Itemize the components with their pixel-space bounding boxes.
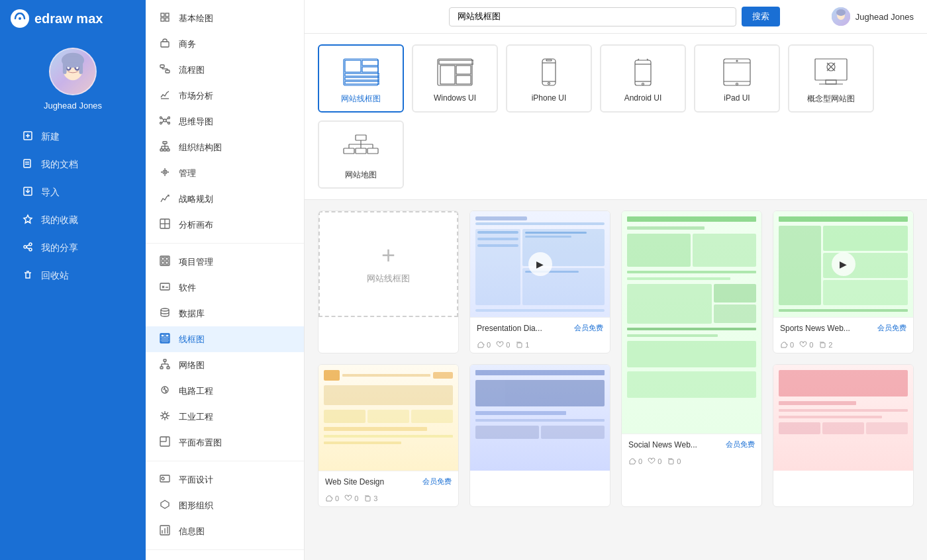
type-concept-site[interactable]: 概念型网站图 <box>788 44 874 113</box>
new-template-card[interactable]: + 网站线框图 <box>318 210 459 353</box>
type-website-wireframe[interactable]: 网站线框图 <box>318 44 404 113</box>
search-input[interactable] <box>449 7 736 26</box>
nav-mydocs-label: 我的文档 <box>41 159 78 171</box>
play-overlay-1: ▶ <box>528 252 552 276</box>
svg-rect-30 <box>160 65 164 68</box>
hearts-social: 0 <box>648 457 661 465</box>
sidebar: edraw max <box>0 0 146 560</box>
nav-shared[interactable]: 我的分享 <box>5 235 140 261</box>
cat-infographic-label: 信息图 <box>179 526 205 537</box>
svg-rect-140 <box>669 459 673 464</box>
card-footer-sports: Sports News Web... 会员免费 <box>773 317 913 338</box>
cat-infographic[interactable]: 信息图 <box>146 518 304 544</box>
cat-basic[interactable]: 基本绘图 <box>146 5 304 31</box>
card-preview-presentation: ▶ <box>470 211 610 317</box>
card-badge-presentation: 会员免费 <box>574 323 603 333</box>
cat-mindmap[interactable]: 思维导图 <box>146 109 304 134</box>
type-concept-site-icon <box>811 56 851 88</box>
search-button[interactable]: 搜索 <box>742 7 780 26</box>
svg-rect-141 <box>820 343 825 348</box>
cat-software[interactable]: 软件 <box>146 275 304 301</box>
new-icon <box>21 130 34 144</box>
cat-business[interactable]: 商务 <box>146 31 304 57</box>
type-ipad-ui-icon <box>717 56 757 88</box>
type-windows-ui[interactable]: Windows UI <box>412 44 498 113</box>
cat-graphic-label: 图形组织 <box>179 500 213 512</box>
type-android-ui-icon <box>623 56 663 88</box>
cat-market[interactable]: 市场分析 <box>146 83 304 109</box>
svg-rect-142 <box>366 496 370 501</box>
type-windows-ui-label: Windows UI <box>434 93 476 103</box>
cat-org[interactable]: 组织结构图 <box>146 134 304 160</box>
cat-business-label: 商务 <box>179 38 196 50</box>
cat-project[interactable]: 项目管理 <box>146 249 304 275</box>
gallery-card-sports[interactable]: ▶ Sports News Web... 会员免费 0 0 <box>773 210 914 353</box>
cat-graphic[interactable]: 图形组织 <box>146 492 304 518</box>
nav-import-label: 导入 <box>41 187 60 199</box>
card-stats-social: 0 0 0 <box>622 455 761 469</box>
nav-mydocs[interactable]: 我的文档 <box>5 152 140 178</box>
header-avatar[interactable] <box>832 7 850 26</box>
nav-items: 新建 我的文档 导入 <box>0 118 146 295</box>
type-ipad-ui[interactable]: iPad UI <box>694 44 780 113</box>
svg-rect-71 <box>166 334 169 337</box>
type-iphone-ui-label: iPhone UI <box>532 93 567 103</box>
cat-business-icon <box>159 38 171 50</box>
svg-rect-31 <box>166 70 170 73</box>
cat-circuit[interactable]: 电路工程 <box>146 378 304 404</box>
gallery-card-webdesign[interactable]: Web Site Design 会员免费 0 0 <box>318 364 459 507</box>
card-footer-webdesign: Web Site Design 会员免费 <box>318 471 458 492</box>
cat-mindmap-icon <box>159 115 171 128</box>
type-android-ui[interactable]: Android UI <box>600 44 686 113</box>
cat-wireframe[interactable]: 线框图 <box>146 326 304 352</box>
cat-project-label: 项目管理 <box>179 256 213 268</box>
svg-line-42 <box>162 121 164 123</box>
card-stats-presentation: 0 0 1 <box>470 338 610 353</box>
type-sitemap-icon <box>341 132 381 164</box>
svg-point-54 <box>163 170 167 174</box>
gallery-card-social[interactable]: Social News Web... 会员免费 0 0 <box>621 210 762 507</box>
nav-new[interactable]: 新建 <box>5 124 140 150</box>
type-sitemap[interactable]: 网站地图 <box>318 120 404 189</box>
type-sitemap-label: 网站地图 <box>345 169 377 181</box>
cat-flowchart[interactable]: 流程图 <box>146 57 304 83</box>
gallery-card-presentation[interactable]: ▶ Presentation Dia... 会员免费 0 0 <box>469 210 610 353</box>
svg-rect-125 <box>826 80 836 84</box>
new-card-preview[interactable]: + 网站线框图 <box>318 211 458 317</box>
svg-line-23 <box>26 245 29 246</box>
cat-management[interactable]: 管理 <box>146 160 304 186</box>
svg-rect-124 <box>815 59 847 80</box>
cat-database-label: 数据库 <box>179 308 205 320</box>
cat-database[interactable]: 数据库 <box>146 301 304 326</box>
card-preview-blue: AddYour Title Here <box>470 365 610 471</box>
card-stats-webdesign: 0 0 3 <box>318 492 458 506</box>
cat-flatdesign[interactable]: 平面设计 <box>146 467 304 492</box>
cat-software-icon <box>159 281 171 294</box>
cat-management-label: 管理 <box>179 167 196 179</box>
avatar[interactable] <box>49 48 97 95</box>
svg-rect-47 <box>164 149 166 151</box>
svg-point-122 <box>736 83 738 85</box>
cat-market-label: 市场分析 <box>179 90 213 102</box>
svg-point-36 <box>164 119 166 122</box>
likes-social: 0 <box>628 457 642 465</box>
cat-network-label: 网络图 <box>179 359 205 371</box>
cat-strategy[interactable]: 战略规划 <box>146 186 304 212</box>
cat-industrial[interactable]: 工业工程 <box>146 404 304 430</box>
card-title-presentation: Presentation Dia... <box>477 324 570 333</box>
nav-trash[interactable]: 回收站 <box>5 263 140 289</box>
type-iphone-ui[interactable]: iPhone UI <box>506 44 592 113</box>
nav-favorites[interactable]: 我的收藏 <box>5 207 140 234</box>
cat-network[interactable]: 网络图 <box>146 352 304 378</box>
svg-rect-106 <box>456 66 471 74</box>
cat-floorplan-label: 平面布置图 <box>179 437 222 449</box>
cat-software-label: 软件 <box>179 282 196 294</box>
nav-import[interactable]: 导入 <box>5 179 140 206</box>
cat-analysis[interactable]: 分析画布 <box>146 212 304 238</box>
cat-industrial-icon <box>159 410 171 423</box>
cat-floorplan[interactable]: 平面布置图 <box>146 430 304 455</box>
main-categories: 基本绘图 商务 流程图 <box>146 0 304 244</box>
gallery-card-blue[interactable]: AddYour Title Here <box>469 364 610 507</box>
gallery-card-pink[interactable] <box>773 364 914 507</box>
cat-flowchart-label: 流程图 <box>179 64 205 76</box>
